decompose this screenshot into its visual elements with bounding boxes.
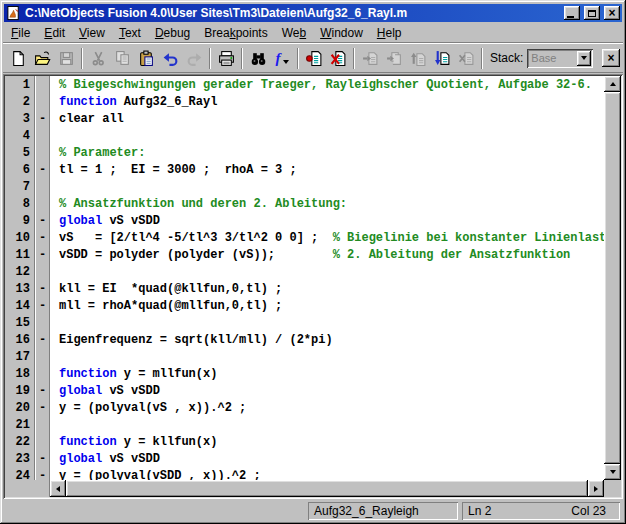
code-area[interactable]: % Biegeschwingungen gerader Traeger, Ray…	[50, 76, 604, 480]
menu-breakpoints[interactable]: Breakpoints	[197, 24, 274, 42]
line-number[interactable]: 18	[5, 366, 30, 383]
find-button[interactable]	[246, 47, 270, 70]
menu-help[interactable]: Help	[370, 24, 409, 42]
code-line[interactable]: % Parameter:	[59, 145, 604, 162]
code-line[interactable]	[59, 128, 604, 145]
close-toolbar-button[interactable]: ×	[602, 49, 620, 67]
breakpoint-dash[interactable]: -	[36, 213, 49, 230]
line-number[interactable]: 24	[5, 468, 30, 480]
line-number[interactable]: 5	[5, 145, 30, 162]
redo-button[interactable]	[182, 47, 206, 70]
set-breakpoint-button[interactable]	[302, 47, 326, 70]
title-bar[interactable]: C:\NetObjects Fusion 4.0\User Sites\Tm3\…	[4, 4, 622, 22]
clear-breakpoints-button[interactable]	[326, 47, 350, 70]
breakpoint-dash[interactable]: -	[36, 111, 49, 128]
line-number[interactable]: 12	[5, 264, 30, 281]
horizontal-scrollbar-thumb[interactable]	[66, 480, 588, 497]
menu-file[interactable]: File	[4, 24, 37, 42]
code-line[interactable]: global vS vSDD	[59, 383, 604, 400]
code-line[interactable]: Eigenfrequenz = sqrt(kll/mll) / (2*pi)	[59, 332, 604, 349]
line-number[interactable]: 15	[5, 315, 30, 332]
stack-combobox[interactable]: Base	[527, 49, 593, 68]
breakpoint-dash[interactable]	[36, 128, 49, 145]
combobox-arrow-button[interactable]	[577, 51, 591, 66]
menu-window[interactable]: Window	[313, 24, 370, 42]
breakpoint-dash[interactable]: -	[36, 162, 49, 179]
code-line[interactable]	[59, 179, 604, 196]
code-line[interactable]: % Ansatzfunktion und deren 2. Ableitung:	[59, 196, 604, 213]
breakpoint-dash[interactable]	[36, 179, 49, 196]
function-browser-button[interactable]: f	[270, 47, 294, 70]
code-line[interactable]: kll = EI *quad(@kllfun,0,tl) ;	[59, 281, 604, 298]
breakpoint-dash[interactable]	[36, 434, 49, 451]
line-number[interactable]: 13	[5, 281, 30, 298]
breakpoint-dash[interactable]: -	[36, 400, 49, 417]
undo-button[interactable]	[158, 47, 182, 70]
copy-button[interactable]	[110, 47, 134, 70]
menu-view[interactable]: View	[72, 24, 112, 42]
cut-button[interactable]	[86, 47, 110, 70]
vertical-scrollbar[interactable]	[604, 76, 621, 480]
breakpoint-dash[interactable]: -	[36, 298, 49, 315]
minimize-button[interactable]	[564, 6, 580, 20]
line-number[interactable]: 9	[5, 213, 30, 230]
menu-text[interactable]: Text	[112, 24, 148, 42]
scroll-down-button[interactable]	[604, 464, 621, 480]
breakpoint-dash[interactable]	[36, 77, 49, 94]
go-until-cursor-button[interactable]	[430, 47, 454, 70]
save-file-button[interactable]	[54, 47, 78, 70]
breakpoint-dash[interactable]	[36, 196, 49, 213]
line-number[interactable]: 20	[5, 400, 30, 417]
code-line[interactable]: y = (polyval(vS , x)).^2 ;	[59, 400, 604, 417]
breakpoint-dash[interactable]	[36, 264, 49, 281]
code-line[interactable]: global vS vSDD	[59, 213, 604, 230]
line-number[interactable]: 10	[5, 230, 30, 247]
menu-edit[interactable]: Edit	[37, 24, 72, 42]
breakpoint-dash[interactable]: -	[36, 247, 49, 264]
breakpoint-dash[interactable]: -	[36, 230, 49, 247]
line-number[interactable]: 11	[5, 247, 30, 264]
code-line[interactable]: tl = 1 ; EI = 3000 ; rhoA = 3 ;	[59, 162, 604, 179]
breakpoint-dash[interactable]: -	[36, 332, 49, 349]
scroll-right-button[interactable]	[588, 480, 604, 497]
code-line[interactable]: function Aufg32_6_Rayl	[59, 94, 604, 111]
line-number[interactable]: 2	[5, 94, 30, 111]
breakpoint-dash[interactable]	[36, 366, 49, 383]
breakpoint-dash[interactable]	[36, 94, 49, 111]
print-button[interactable]	[214, 47, 238, 70]
line-number[interactable]: 6	[5, 162, 30, 179]
horizontal-scrollbar[interactable]	[50, 480, 604, 497]
code-line[interactable]	[59, 417, 604, 434]
line-number[interactable]: 16	[5, 332, 30, 349]
breakpoint-dash[interactable]	[36, 145, 49, 162]
line-number[interactable]: 17	[5, 349, 30, 366]
step-out-button[interactable]	[406, 47, 430, 70]
menu-web[interactable]: Web	[275, 24, 313, 42]
open-file-button[interactable]	[30, 47, 54, 70]
line-number[interactable]: 23	[5, 451, 30, 468]
line-number[interactable]: 19	[5, 383, 30, 400]
code-line[interactable]: vSDD = polyder (polyder (vS)); % 2. Able…	[59, 247, 604, 264]
code-line[interactable]: vS = [2/tl^4 -5/tl^3 3/tl^2 0 0] ; % Bie…	[59, 230, 604, 247]
maximize-button[interactable]	[584, 6, 600, 20]
code-line[interactable]	[59, 315, 604, 332]
paste-button[interactable]	[134, 47, 158, 70]
line-number[interactable]: 8	[5, 196, 30, 213]
close-button[interactable]: ×	[604, 6, 620, 20]
breakpoint-dash[interactable]: -	[36, 383, 49, 400]
breakpoint-dash[interactable]	[36, 417, 49, 434]
step-in-button[interactable]	[382, 47, 406, 70]
code-line[interactable]: clear all	[59, 111, 604, 128]
menu-debug[interactable]: Debug	[148, 24, 197, 42]
line-number[interactable]: 7	[5, 179, 30, 196]
breakpoint-dash[interactable]: -	[36, 468, 49, 480]
line-number[interactable]: 3	[5, 111, 30, 128]
breakpoint-dash[interactable]	[36, 315, 49, 332]
step-button[interactable]	[358, 47, 382, 70]
breakpoint-margin[interactable]: ------------	[35, 76, 50, 480]
line-number[interactable]: 21	[5, 417, 30, 434]
breakpoint-dash[interactable]: -	[36, 281, 49, 298]
breakpoint-dash[interactable]: -	[36, 451, 49, 468]
code-line[interactable]	[59, 264, 604, 281]
breakpoint-dash[interactable]	[36, 349, 49, 366]
